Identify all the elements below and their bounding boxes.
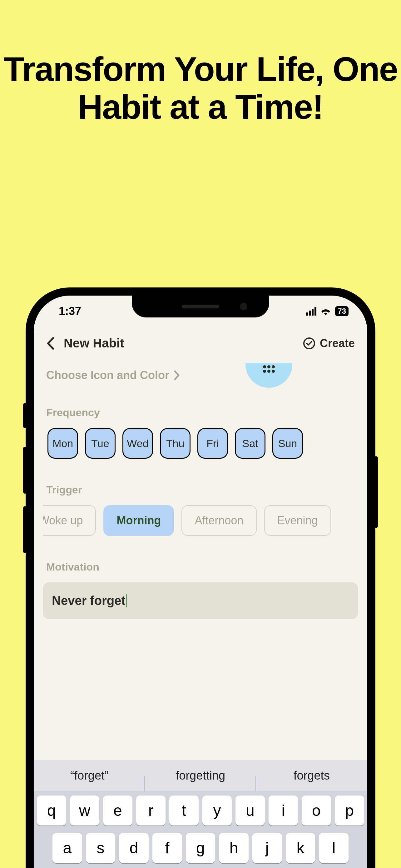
- page-title: New Habit: [64, 336, 124, 350]
- front-camera: [240, 303, 247, 310]
- key-l[interactable]: l: [319, 833, 348, 863]
- frequency-label: Frequency: [43, 406, 358, 419]
- habit-icon-preview: [245, 363, 292, 388]
- frequency-section: Frequency Mon Tue Wed Thu Fri Sat Sun: [43, 406, 358, 459]
- key-u[interactable]: u: [235, 796, 265, 826]
- trigger-afternoon[interactable]: Afternoon: [181, 505, 257, 536]
- check-circle-icon: [303, 337, 315, 350]
- key-d[interactable]: d: [119, 833, 149, 863]
- trigger-morning[interactable]: Morning: [103, 505, 174, 536]
- motivation-value: Never forget: [52, 594, 126, 608]
- key-k[interactable]: k: [286, 833, 315, 863]
- key-a[interactable]: a: [53, 833, 82, 863]
- key-y[interactable]: y: [202, 796, 232, 826]
- key-w[interactable]: w: [70, 796, 99, 826]
- keyboard: “forget” forgetting forgets q w e r t y …: [34, 760, 367, 868]
- silence-switch: [23, 403, 27, 428]
- marketing-headline: Transform Your Life, One Habit at a Time…: [0, 0, 401, 126]
- day-fri[interactable]: Fri: [197, 428, 228, 459]
- phone-frame: 1:37 73 New Habit: [26, 287, 375, 868]
- volume-up-button: [23, 447, 27, 494]
- trigger-evening[interactable]: Evening: [264, 505, 331, 536]
- choose-icon-color-row[interactable]: Choose Icon and Color: [43, 363, 358, 388]
- day-mon[interactable]: Mon: [47, 428, 78, 459]
- key-e[interactable]: e: [103, 796, 132, 826]
- chevron-right-icon: [174, 370, 180, 380]
- key-j[interactable]: j: [252, 833, 282, 863]
- key-f[interactable]: f: [153, 833, 182, 863]
- key-r[interactable]: r: [136, 796, 166, 826]
- motivation-input[interactable]: Never forget: [43, 582, 358, 619]
- key-o[interactable]: o: [302, 796, 331, 826]
- notch: [132, 296, 269, 317]
- cellular-signal-icon: [306, 307, 316, 316]
- phone-screen: 1:37 73 New Habit: [34, 296, 367, 868]
- power-button: [374, 456, 378, 528]
- speaker: [182, 305, 219, 308]
- key-t[interactable]: t: [169, 796, 199, 826]
- key-i[interactable]: i: [269, 796, 298, 826]
- key-p[interactable]: p: [335, 796, 364, 826]
- choose-icon-label: Choose Icon and Color: [46, 369, 169, 382]
- suggestion-3[interactable]: forgets: [256, 769, 367, 782]
- volume-down-button: [23, 506, 27, 553]
- create-button[interactable]: Create: [303, 337, 355, 350]
- battery-indicator: 73: [335, 306, 348, 316]
- trigger-woke-up[interactable]: Woke up: [43, 505, 96, 536]
- text-cursor: [126, 594, 127, 608]
- day-tue[interactable]: Tue: [85, 428, 115, 459]
- trigger-label: Trigger: [43, 484, 358, 496]
- suggestion-bar: “forget” forgetting forgets: [34, 760, 367, 791]
- motivation-label: Motivation: [43, 561, 358, 573]
- day-sun[interactable]: Sun: [272, 428, 303, 459]
- navigation-bar: New Habit Create: [34, 327, 367, 363]
- status-time: 1:37: [59, 305, 81, 318]
- back-button[interactable]: [46, 337, 54, 350]
- wifi-icon: [320, 307, 331, 315]
- trigger-section: Trigger Woke up Morning Afternoon Evenin…: [43, 484, 358, 536]
- suggestion-2[interactable]: forgetting: [145, 769, 256, 782]
- motivation-section: Motivation Never forget: [43, 561, 358, 619]
- day-thu[interactable]: Thu: [160, 428, 191, 459]
- key-g[interactable]: g: [186, 833, 215, 863]
- key-s[interactable]: s: [86, 833, 115, 863]
- key-h[interactable]: h: [219, 833, 248, 863]
- suggestion-1[interactable]: “forget”: [34, 769, 145, 782]
- create-label: Create: [320, 337, 355, 350]
- day-wed[interactable]: Wed: [123, 428, 153, 459]
- day-sat[interactable]: Sat: [235, 428, 265, 459]
- key-q[interactable]: q: [37, 796, 66, 826]
